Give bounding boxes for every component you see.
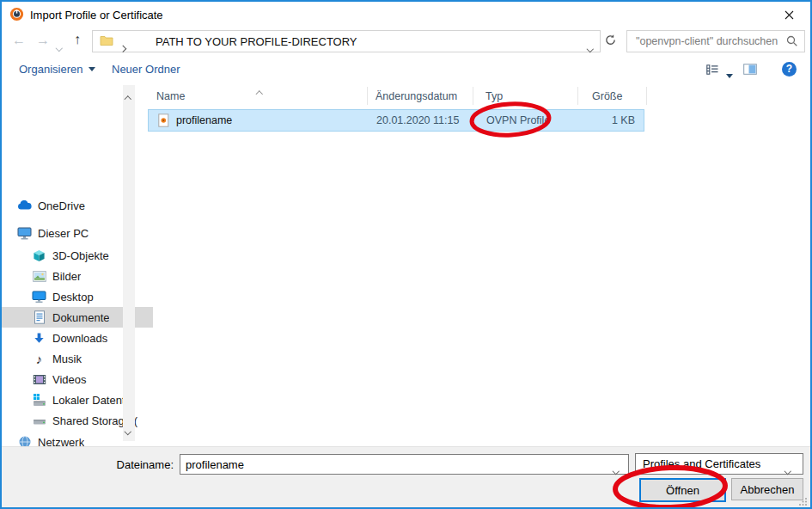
resize-grip[interactable] <box>798 497 808 506</box>
new-folder-button[interactable]: Neuer Ordner <box>112 63 180 76</box>
column-separator <box>577 87 578 105</box>
cancel-button-label: Abbrechen <box>741 483 795 496</box>
sidebar-item-label: Videos <box>52 373 87 386</box>
openvpn-app-icon <box>9 7 24 21</box>
column-header-type[interactable]: Typ <box>485 90 503 102</box>
file-modified: 20.01.2020 11:15 <box>376 114 459 126</box>
desktop-icon <box>32 290 46 304</box>
address-dropdown-icon[interactable] <box>588 39 593 54</box>
command-toolbar: Organisieren Neuer Ordner ? <box>2 55 810 84</box>
folder-icon <box>100 34 113 46</box>
sidebar-item-label: Dokumente <box>52 311 109 324</box>
views-caret-icon[interactable] <box>726 68 733 83</box>
file-browser: OneDrive Dieser PC 3D-Objekte Bilder Des… <box>2 83 810 446</box>
column-header-name[interactable]: Name <box>156 90 185 102</box>
file-size: 1 KB <box>612 114 635 126</box>
sidebar-item-label: Desktop <box>52 291 94 304</box>
column-separator <box>646 87 647 105</box>
title-bar: Import Profile or Certificate <box>2 2 810 28</box>
forward-icon[interactable]: → <box>36 34 50 47</box>
sidebar-item-label: Netzwerk <box>38 436 84 447</box>
sidebar-item-label: Musik <box>52 353 82 365</box>
filetype-value: Profiles and Certificates <box>643 457 760 470</box>
sidebar-item-dieser-pc[interactable]: Dieser PC <box>2 223 138 243</box>
ovpn-file-icon <box>158 113 169 127</box>
filename-input[interactable] <box>180 454 629 475</box>
views-list-icon[interactable] <box>706 64 718 75</box>
preview-pane-icon[interactable] <box>743 64 757 75</box>
organize-label: Organisieren <box>19 63 82 76</box>
column-separator <box>367 87 368 105</box>
help-icon[interactable]: ? <box>782 62 797 77</box>
open-button-label: Öffnen <box>666 484 699 497</box>
scroll-up-icon[interactable] <box>125 89 131 105</box>
address-bar[interactable]: PATH TO YOUR PROFILE-DIRECTORY <box>92 30 601 52</box>
window-title: Import Profile or Certificate <box>30 9 163 21</box>
sidebar-item-label: OneDrive <box>38 199 85 212</box>
organize-button[interactable]: Organisieren <box>19 63 95 76</box>
search-icon[interactable] <box>786 35 798 47</box>
sidebar-scrollbar[interactable] <box>123 85 135 441</box>
download-arrow-icon <box>32 331 46 346</box>
sidebar-item-label: Dieser PC <box>38 227 89 240</box>
pictures-icon <box>32 269 46 284</box>
import-dialog-window: Import Profile or Certificate ← → ↑ PATH… <box>0 0 812 509</box>
drive-icon <box>32 414 46 428</box>
up-icon[interactable]: ↑ <box>74 33 81 46</box>
file-row-profilename[interactable]: profilename 20.01.2020 11:15 OVPN Profil… <box>148 109 644 132</box>
sort-ascending-icon <box>257 87 262 99</box>
search-box <box>626 30 805 52</box>
back-icon[interactable]: ← <box>12 34 26 47</box>
open-button[interactable]: Öffnen <box>639 478 726 502</box>
filename-dropdown-icon[interactable] <box>614 461 619 476</box>
organize-caret-icon <box>89 67 95 71</box>
windows-drive-icon <box>32 393 46 408</box>
column-header-row: Name Änderungsdatum Typ Größe <box>136 85 810 107</box>
video-film-icon <box>32 372 46 387</box>
network-globe-icon <box>17 435 32 447</box>
column-header-size[interactable]: Größe <box>592 90 622 102</box>
refresh-icon[interactable] <box>604 34 621 51</box>
column-separator <box>473 87 473 105</box>
dialog-footer: Dateiname: Profiles and Certificates Öff… <box>2 446 810 508</box>
new-folder-label: Neuer Ordner <box>112 63 180 76</box>
history-chevron-icon[interactable] <box>57 39 62 52</box>
sidebar-item-netzwerk[interactable]: Netzwerk <box>2 432 138 446</box>
close-icon[interactable] <box>776 5 802 24</box>
sidebar-item-label: Downloads <box>52 332 107 345</box>
column-header-modified[interactable]: Änderungsdatum <box>375 90 457 102</box>
filetype-select[interactable]: Profiles and Certificates <box>635 453 803 475</box>
sidebar-item-label: Bilder <box>52 270 81 283</box>
search-input[interactable] <box>627 31 789 51</box>
scroll-down-icon[interactable] <box>125 421 131 437</box>
music-note-icon: ♪ <box>32 352 46 366</box>
3d-cube-icon <box>32 248 46 263</box>
filetype-dropdown-icon[interactable] <box>785 461 791 476</box>
file-name: profilename <box>176 114 232 126</box>
computer-icon <box>17 226 32 241</box>
sidebar-item-onedrive[interactable]: OneDrive <box>2 195 138 216</box>
breadcrumb[interactable]: PATH TO YOUR PROFILE-DIRECTORY <box>156 35 357 48</box>
file-type: OVPN Profile <box>486 114 550 126</box>
navigation-bar: ← → ↑ PATH TO YOUR PROFILE-DIRECTORY <box>2 28 810 55</box>
filename-label: Dateiname: <box>84 458 174 471</box>
breadcrumb-chevron-icon <box>120 39 125 54</box>
onedrive-cloud-icon <box>17 199 32 213</box>
cancel-button[interactable]: Abbrechen <box>731 478 803 500</box>
documents-icon <box>32 310 46 325</box>
sidebar-item-label: 3D-Objekte <box>52 249 109 262</box>
